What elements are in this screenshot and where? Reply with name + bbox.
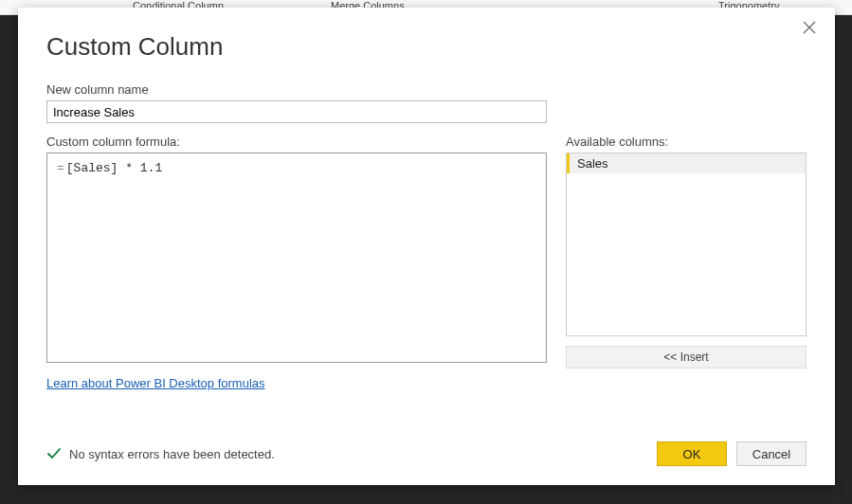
new-column-name-input[interactable] [46,100,547,123]
check-icon [46,446,62,461]
formula-text: [Sales] * 1.1 [66,161,162,175]
insert-button[interactable]: << Insert [566,346,807,369]
new-column-name-label: New column name [46,82,807,97]
learn-link[interactable]: Learn about Power BI Desktop formulas [46,376,265,390]
formula-equals: = [57,161,64,175]
available-columns-list[interactable]: Sales [566,153,807,336]
available-columns-label: Available columns: [566,135,807,149]
status-text: No syntax errors have been detected. [69,447,647,461]
formula-editor[interactable]: =[Sales] * 1.1 [46,153,547,363]
ok-button[interactable]: OK [657,441,727,466]
list-item[interactable]: Sales [567,153,806,173]
custom-column-dialog: Custom Column New column name Custom col… [18,8,835,485]
status-row: No syntax errors have been detected. OK … [46,441,807,466]
cancel-button[interactable]: Cancel [736,441,807,466]
dialog-title: Custom Column [46,32,807,62]
formula-label: Custom column formula: [46,135,547,149]
